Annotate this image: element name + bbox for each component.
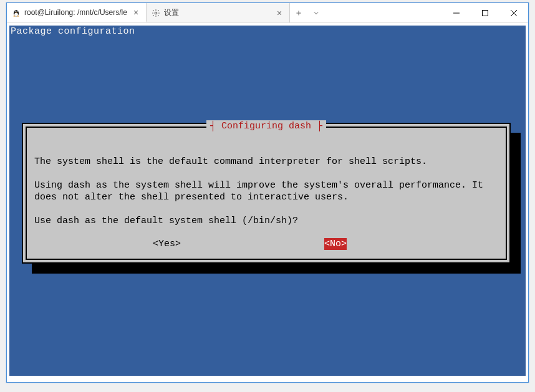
dialog-body: The system shell is the default command …: [34, 144, 498, 227]
tab-terminal[interactable]: root@Liruilong: /mnt/c/Users/le ×: [7, 3, 147, 22]
tab-settings[interactable]: 设置 ×: [147, 3, 290, 22]
dialog-text-line: Using dash as the system shell will impr…: [34, 180, 483, 191]
maximize-button[interactable]: [471, 3, 499, 23]
tab-dropdown-button[interactable]: [307, 3, 325, 22]
dialog-text-line: does not alter the shell presented to in…: [34, 192, 349, 203]
tux-icon: [12, 8, 21, 17]
config-dialog: ┤ Configuring dash ├ The system shell is…: [22, 123, 511, 264]
terminal-viewport[interactable]: Package configuration ┤ Configuring dash…: [9, 26, 526, 376]
new-tab-button[interactable]: ＋: [290, 3, 307, 22]
tab-label: root@Liruilong: /mnt/c/Users/le: [24, 8, 127, 17]
dialog-text-line: The system shell is the default command …: [34, 156, 427, 167]
dialog-button-row: <Yes> <No>: [34, 238, 498, 250]
svg-point-7: [17, 15, 19, 16]
tabs-container: root@Liruilong: /mnt/c/Users/le × 设置 × ＋: [7, 3, 442, 22]
svg-point-5: [17, 11, 17, 12]
tab-close-button[interactable]: ×: [274, 8, 284, 18]
minimize-button[interactable]: [442, 3, 471, 23]
svg-point-4: [15, 11, 16, 12]
gear-icon: [152, 9, 160, 17]
no-button[interactable]: <No>: [324, 238, 347, 250]
close-button[interactable]: [499, 3, 528, 23]
package-config-header: Package configuration: [9, 26, 526, 37]
dialog-text-line: Use dash as the default system shell (/b…: [34, 216, 298, 226]
dialog-title: ┤ Configuring dash ├: [206, 120, 326, 132]
window-controls: [442, 3, 528, 22]
dialog-title-text: Configuring dash: [221, 121, 311, 131]
svg-rect-10: [483, 10, 488, 16]
dialog-border: ┤ Configuring dash ├ The system shell is…: [26, 127, 507, 260]
dialog-container: ┤ Configuring dash ├ The system shell is…: [22, 123, 511, 264]
tab-close-button[interactable]: ×: [131, 7, 141, 17]
svg-point-8: [155, 12, 157, 14]
svg-point-6: [13, 15, 16, 16]
titlebar: root@Liruilong: /mnt/c/Users/le × 设置 × ＋: [7, 3, 528, 23]
yes-button[interactable]: <Yes>: [153, 238, 181, 250]
tab-label: 设置: [164, 7, 179, 18]
terminal-window: root@Liruilong: /mnt/c/Users/le × 设置 × ＋: [6, 2, 529, 383]
